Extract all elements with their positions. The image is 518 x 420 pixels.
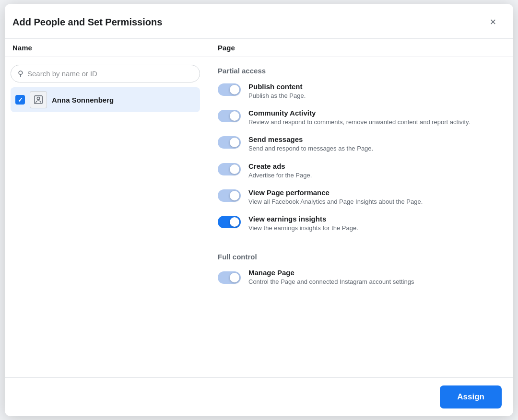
- perm-text-community-activity: Community Activity Review and respond to…: [248, 109, 470, 127]
- toggle-knob: [230, 111, 239, 121]
- perm-desc-create-ads: Advertise for the Page.: [248, 171, 312, 180]
- toggle-knob: [230, 217, 239, 227]
- perm-text-view-earnings-insights: View earnings insights View the earnings…: [248, 215, 358, 233]
- columns-header: Name Page: [5, 39, 513, 57]
- toggle-manage-page-wrap: [218, 269, 241, 286]
- left-column: ⚲ ✓ Anna Sonnenberg: [5, 57, 206, 377]
- perm-text-manage-page: Manage Page Control the Page and connect…: [248, 268, 414, 286]
- perm-title-send-messages: Send messages: [248, 135, 373, 143]
- perm-desc-view-page-performance: View all Facebook Analytics and Page Ins…: [248, 198, 423, 206]
- perm-text-publish-content: Publish content Publish as the Page.: [248, 82, 306, 100]
- modal-title: Add People and Set Permissions: [12, 17, 162, 28]
- permission-view-earnings-insights: View earnings insights View the earnings…: [218, 215, 502, 233]
- user-name: Anna Sonnenberg: [52, 96, 114, 104]
- assign-button[interactable]: Assign: [440, 385, 502, 408]
- toggle-knob: [230, 164, 239, 174]
- search-box[interactable]: ⚲: [11, 65, 200, 82]
- perm-desc-publish-content: Publish as the Page.: [248, 92, 306, 100]
- permission-create-ads: Create ads Advertise for the Page.: [218, 162, 502, 180]
- toggle-view-earnings-insights[interactable]: [218, 216, 241, 228]
- svg-point-1: [37, 97, 40, 100]
- name-column-header: Name: [5, 39, 206, 57]
- perm-desc-manage-page: Control the Page and connected Instagram…: [248, 278, 414, 286]
- perm-title-community-activity: Community Activity: [248, 109, 470, 117]
- modal-footer: Assign: [5, 377, 513, 416]
- perm-text-view-page-performance: View Page performance View all Facebook …: [248, 188, 423, 206]
- modal-body: ⚲ ✓ Anna Sonnenberg Partial acce: [5, 57, 513, 377]
- user-avatar-icon: [30, 91, 47, 108]
- toggle-send-messages[interactable]: [218, 136, 241, 149]
- toggle-publish-content[interactable]: [218, 83, 241, 96]
- toggle-send-messages-wrap: [218, 136, 241, 151]
- perm-title-view-page-performance: View Page performance: [248, 188, 423, 197]
- perm-desc-view-earnings-insights: View the earnings insights for the Page.: [248, 224, 358, 233]
- checkmark-icon: ✓: [18, 96, 23, 104]
- close-button[interactable]: ×: [484, 13, 502, 31]
- toggle-community-activity-wrap: [218, 110, 241, 124]
- toggle-knob: [230, 273, 239, 282]
- search-input[interactable]: [27, 70, 193, 78]
- perm-title-publish-content: Publish content: [248, 82, 306, 91]
- perm-text-create-ads: Create ads Advertise for the Page.: [248, 162, 312, 180]
- toggle-publish-content-wrap: [218, 83, 241, 98]
- permission-manage-page: Manage Page Control the Page and connect…: [218, 268, 502, 286]
- search-icon: ⚲: [18, 69, 24, 78]
- permission-publish-content: Publish content Publish as the Page.: [218, 82, 502, 100]
- toggle-create-ads[interactable]: [218, 163, 241, 175]
- perm-title-create-ads: Create ads: [248, 162, 312, 170]
- right-column: Partial access Publish content Publish a…: [206, 57, 513, 377]
- toggle-create-ads-wrap: [218, 163, 241, 177]
- toggle-knob: [230, 85, 239, 94]
- perm-desc-send-messages: Send and respond to messages as the Page…: [248, 144, 373, 153]
- toggle-view-page-performance-wrap: [218, 189, 241, 204]
- toggle-knob: [230, 138, 239, 147]
- user-checkbox[interactable]: ✓: [15, 95, 25, 105]
- full-control-label: Full control: [218, 253, 502, 261]
- permission-send-messages: Send messages Send and respond to messag…: [218, 135, 502, 153]
- toggle-view-page-performance[interactable]: [218, 189, 241, 202]
- perm-text-send-messages: Send messages Send and respond to messag…: [248, 135, 373, 153]
- toggle-community-activity[interactable]: [218, 110, 241, 122]
- toggle-knob: [230, 191, 239, 200]
- perm-title-view-earnings-insights: View earnings insights: [248, 215, 358, 223]
- permission-community-activity: Community Activity Review and respond to…: [218, 109, 502, 127]
- add-people-modal: Add People and Set Permissions × Name Pa…: [5, 4, 513, 416]
- toggle-view-earnings-insights-wrap: [218, 216, 241, 230]
- permission-view-page-performance: View Page performance View all Facebook …: [218, 188, 502, 206]
- modal-header: Add People and Set Permissions ×: [5, 4, 513, 39]
- partial-access-label: Partial access: [218, 67, 502, 75]
- toggle-manage-page[interactable]: [218, 271, 241, 284]
- page-column-header: Page: [206, 39, 513, 57]
- perm-title-manage-page: Manage Page: [248, 268, 414, 277]
- user-item[interactable]: ✓ Anna Sonnenberg: [11, 87, 200, 112]
- perm-desc-community-activity: Review and respond to comments, remove u…: [248, 118, 470, 127]
